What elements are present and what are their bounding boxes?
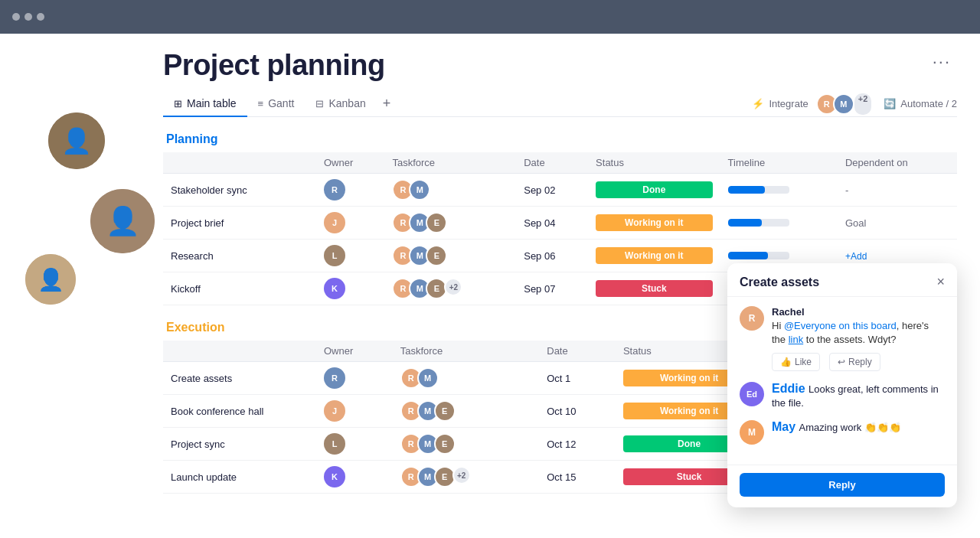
task-name: Kickoff xyxy=(163,272,316,305)
integrate-button[interactable]: ⚡ Integrate xyxy=(752,98,808,109)
reply-1-author: Eddie xyxy=(772,382,805,395)
gantt-icon: ≡ xyxy=(258,98,264,109)
comment-author-name: Rachel xyxy=(772,306,945,318)
exec-col-owner: Owner xyxy=(316,341,393,362)
like-button[interactable]: 👍 Like xyxy=(772,353,820,371)
browser-bar xyxy=(0,0,980,34)
avatar-group: RME xyxy=(392,245,508,266)
automate-button[interactable]: 🔄 Automate / 2 xyxy=(884,98,957,109)
avatar-1: M xyxy=(417,367,439,389)
footer-reply-button[interactable]: Reply xyxy=(740,473,945,497)
tab-main-table[interactable]: ⊞ Main table xyxy=(163,91,247,117)
date-cell: Sep 06 xyxy=(516,240,588,272)
avatar-group: RME xyxy=(392,212,508,233)
avatar-group: RM xyxy=(392,179,508,201)
browser-dot-1 xyxy=(12,13,20,21)
table-row[interactable]: Project briefJRMESep 04Working on itGoal xyxy=(163,207,957,240)
owner-avatar: L xyxy=(324,245,345,266)
task-name: Research xyxy=(163,240,316,272)
reply-comment-2: M May Amazing work 👏👏👏 xyxy=(740,420,945,445)
reply-1-content: Eddie Looks great, left comments in the … xyxy=(772,382,945,409)
integrate-icon: ⚡ xyxy=(752,98,764,109)
tab-gantt[interactable]: ≡ Gantt xyxy=(247,91,305,117)
mention-everyone: @Everyone on this board xyxy=(784,320,897,331)
status-badge: Working on it xyxy=(596,247,712,264)
comment-actions: 👍 Like ↩ Reply xyxy=(772,353,945,371)
exec-col-task xyxy=(163,341,316,362)
table-icon: ⊞ xyxy=(174,98,182,109)
avatar-group: RME+2 xyxy=(392,278,508,299)
taskforce-cell: RM xyxy=(393,362,540,395)
popup-header: Create assets × xyxy=(727,263,957,297)
avatar-group: RM xyxy=(400,367,532,389)
task-name: Project brief xyxy=(163,207,316,240)
col-dependent: Dependent on xyxy=(838,152,957,174)
avatar-group: RME xyxy=(400,400,532,422)
status-badge: Done xyxy=(596,181,712,198)
add-tab-button[interactable]: + xyxy=(377,93,397,115)
toolbar-right: ⚡ Integrate R M +2 🔄 Automate / 2 xyxy=(752,93,957,115)
avatar-2: E xyxy=(426,245,447,266)
date-cell: Sep 07 xyxy=(516,272,588,305)
tab-kanban[interactable]: ⊟ Kanban xyxy=(305,91,376,117)
col-task xyxy=(163,152,316,174)
date-cell: Sep 02 xyxy=(516,174,588,207)
comment-text: Hi @Everyone on this board, here's the l… xyxy=(772,319,945,347)
assets-link[interactable]: link xyxy=(789,334,804,345)
taskforce-cell: RME xyxy=(384,240,516,272)
comment-author-avatar: R xyxy=(740,306,764,331)
owner-avatar: R xyxy=(324,179,345,201)
owner-cell: R xyxy=(316,174,384,207)
reply-1-avatar: Ed xyxy=(740,382,764,406)
task-name: Project sync xyxy=(163,428,316,461)
col-date: Date xyxy=(516,152,588,174)
avatar-float-1: 👤 xyxy=(46,110,107,171)
reply-2-content: May Amazing work 👏👏👏 xyxy=(772,420,945,445)
popup-footer: Reply xyxy=(727,465,957,507)
date-cell: Sep 04 xyxy=(516,207,588,240)
date-cell: Oct 12 xyxy=(539,428,616,461)
reply-button[interactable]: ↩ Reply xyxy=(829,353,880,371)
planning-section-title: Planning xyxy=(163,132,957,146)
date-cell: Oct 1 xyxy=(539,362,616,395)
page-header: Project planning ··· xyxy=(163,49,957,82)
owner-avatar: R xyxy=(324,367,345,389)
avatar-float-2: 👤 xyxy=(88,187,157,256)
dependent-cell: Goal xyxy=(838,207,957,240)
add-dependent-button[interactable]: +Add xyxy=(845,251,867,262)
taskforce-cell: RME xyxy=(393,395,540,428)
taskforce-cell: RME xyxy=(384,207,516,240)
app-container: 👤 👤 👤 Project planning ··· ⊞ Main table … xyxy=(0,34,980,538)
status-badge: Working on it xyxy=(596,214,712,231)
reply-2-text: Amazing work 👏👏👏 xyxy=(799,422,901,433)
team-avatars: R M +2 xyxy=(821,93,872,115)
taskforce-cell: RME+2 xyxy=(384,272,516,305)
tabs-row: ⊞ Main table ≡ Gantt ⊟ Kanban + ⚡ Integr… xyxy=(163,91,957,117)
taskforce-cell: RME xyxy=(393,428,540,461)
task-name: Book conference hall xyxy=(163,395,316,428)
popup-title: Create assets xyxy=(740,276,819,289)
team-avatar-2: M xyxy=(833,93,854,115)
reply-icon: ↩ xyxy=(838,357,845,367)
owner-cell: J xyxy=(316,395,393,428)
avatar-2: E xyxy=(434,400,456,422)
more-options-button[interactable]: ··· xyxy=(926,49,957,75)
exec-col-date: Date xyxy=(539,341,616,362)
task-name: Create assets xyxy=(163,362,316,395)
table-row[interactable]: Stakeholder syncRRMSep 02Done- xyxy=(163,174,957,207)
tabs-inner: ⊞ Main table ≡ Gantt ⊟ Kanban + xyxy=(163,91,749,116)
popup-body: R Rachel Hi @Everyone on this board, her… xyxy=(727,297,957,465)
page-title: Project planning xyxy=(163,49,385,82)
owner-cell: L xyxy=(316,428,393,461)
col-owner: Owner xyxy=(316,152,384,174)
col-status: Status xyxy=(588,152,720,174)
popup-close-button[interactable]: × xyxy=(936,274,945,290)
taskforce-cell: RME+2 xyxy=(393,461,540,494)
owner-cell: R xyxy=(316,362,393,395)
owner-avatar: J xyxy=(324,212,345,233)
plus-badge: +2 xyxy=(452,466,471,484)
status-cell: Stuck xyxy=(588,272,720,305)
reply-comment-1: Ed Eddie Looks great, left comments in t… xyxy=(740,382,945,409)
owner-avatar: K xyxy=(324,278,345,299)
owner-avatar: J xyxy=(324,400,345,422)
